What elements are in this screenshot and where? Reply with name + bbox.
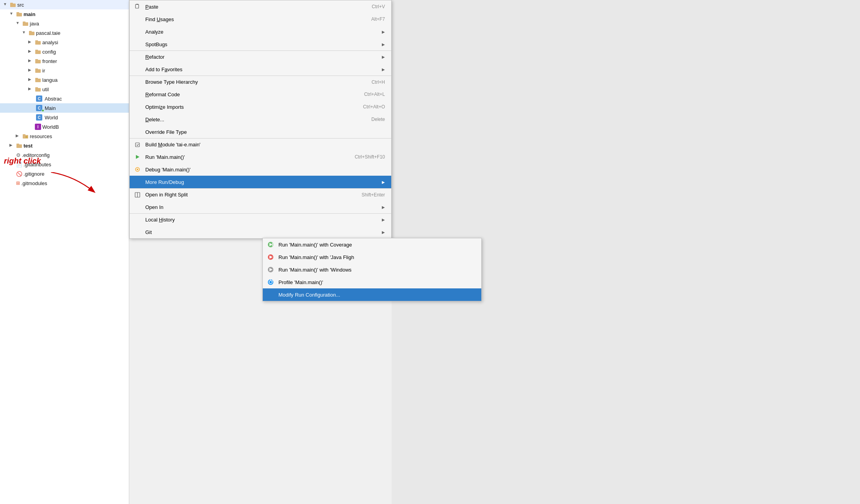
annotation-arrow <box>51 172 98 197</box>
spotbugs-arrow: ▶ <box>382 42 385 47</box>
menu-item-optimize-imports[interactable]: Optimize Imports Ctrl+Alt+O <box>130 101 391 113</box>
debug-main-label: Debug 'Main.main()' <box>145 167 191 173</box>
menu-item-build-module[interactable]: Build Module 'tai-e.main' <box>130 138 391 151</box>
debug-icon <box>134 166 141 173</box>
tree-item-test[interactable]: ▶ test <box>0 141 129 150</box>
folder-icon-frontend <box>35 58 41 64</box>
tree-item-config[interactable]: ▶ config <box>0 47 129 56</box>
tree-item-language[interactable]: ▶ langua <box>0 75 129 85</box>
tree-label-world: World <box>45 115 58 121</box>
refactor-arrow: ▶ <box>382 55 385 59</box>
delete-shortcut: Delete <box>371 117 385 122</box>
folder-icon-main <box>16 11 22 17</box>
no-circle-icon-gitignore: 🚫 <box>16 171 22 177</box>
tree-item-java[interactable]: ▼ java <box>0 19 129 28</box>
menu-item-open-right-split[interactable]: Open in Right Split Shift+Enter <box>130 188 391 201</box>
tree-label-util: util <box>42 86 49 92</box>
menu-item-local-history[interactable]: Local History ▶ <box>130 213 391 226</box>
submenu-item-run-java-flight[interactable]: Run 'Main.main()' with 'Java Fligh <box>263 251 481 263</box>
class-c-icon-abstract: C <box>35 95 43 102</box>
svg-rect-8 <box>35 41 41 45</box>
git-label: Git <box>145 229 152 235</box>
more-run-debug-label: More Run/Debug <box>145 179 184 185</box>
svg-rect-23 <box>16 144 22 148</box>
submenu-more-run-debug: Run 'Main.main()' with Coverage Run 'Mai… <box>262 238 482 301</box>
run-main-shortcut: Ctrl+Shift+F10 <box>355 154 385 160</box>
menu-item-paste[interactable]: Paste Ctrl+V <box>130 0 391 13</box>
tree-label-pascal: pascal.taie <box>36 30 60 36</box>
chevron-test: ▶ <box>9 143 15 148</box>
svg-rect-16 <box>35 79 41 82</box>
tree-item-src[interactable]: ▼ src <box>0 0 129 9</box>
submenu-item-run-windows[interactable]: Run 'Main.main()' with 'Windows <box>263 263 481 276</box>
tree-item-util[interactable]: ▶ util <box>0 85 129 94</box>
profile-label: Profile 'Main.main()' <box>278 279 323 285</box>
menu-item-open-in[interactable]: Open In ▶ <box>130 201 391 213</box>
svg-rect-6 <box>29 32 34 35</box>
svg-rect-18 <box>35 88 41 92</box>
browse-hierarchy-label: Browse Type Hierarchy <box>145 79 198 85</box>
svg-rect-7 <box>29 31 32 32</box>
menu-item-override-file-type[interactable]: Override File Type <box>130 126 391 138</box>
menu-item-analyze[interactable]: Analyze ▶ <box>130 25 391 38</box>
tree-item-resources[interactable]: ▶ resources <box>0 131 129 141</box>
tree-item-main-class[interactable]: ▶ C Main <box>0 103 129 113</box>
tree-item-world[interactable]: ▶ C World <box>0 113 129 122</box>
add-favorites-arrow: ▶ <box>382 67 385 72</box>
add-favorites-label: Add to Favorites <box>145 67 182 72</box>
tree-item-analysis[interactable]: ▶ analysi <box>0 38 129 47</box>
svg-rect-1 <box>10 3 13 4</box>
build-module-label: Build Module 'tai-e.main' <box>145 142 201 148</box>
menu-item-spotbugs[interactable]: SpotBugs ▶ <box>130 38 391 50</box>
menu-item-find-usages[interactable]: Find Usages Alt+F7 <box>130 13 391 25</box>
tree-item-ir[interactable]: ▶ ir <box>0 66 129 75</box>
tree-item-frontend[interactable]: ▶ fronter <box>0 56 129 66</box>
svg-point-31 <box>137 169 138 170</box>
folder-icon-util <box>35 86 41 92</box>
submenu-item-modify-run-config[interactable]: Modify Run Configuration... <box>263 288 481 301</box>
menu-item-reformat-code[interactable]: Reformat Code Ctrl+Alt+L <box>130 88 391 101</box>
menu-item-delete[interactable]: Delete... Delete <box>130 113 391 126</box>
svg-rect-22 <box>25 136 27 138</box>
menu-item-more-run-debug[interactable]: More Run/Debug ▶ <box>130 176 391 188</box>
svg-rect-17 <box>35 78 38 79</box>
open-right-split-shortcut: Shift+Enter <box>361 192 385 198</box>
git-icon-gitmodules: ⊞ <box>16 180 20 186</box>
tree-label-gitignore: .gitignore <box>23 171 44 177</box>
browse-hierarchy-shortcut: Ctrl+H <box>372 79 385 85</box>
svg-rect-12 <box>35 60 41 63</box>
submenu-item-profile[interactable]: Profile 'Main.main()' <box>263 276 481 288</box>
run-coverage-label: Run 'Main.main()' with Coverage <box>278 242 352 248</box>
tree-item-pascal-taie[interactable]: ▼ pascal.taie <box>0 28 129 38</box>
menu-item-run-main[interactable]: Run 'Main.main()' Ctrl+Shift+F10 <box>130 151 391 163</box>
git-arrow: ▶ <box>382 230 385 234</box>
profile-icon <box>267 278 275 286</box>
tree-label-abstract: Abstrac <box>45 96 62 102</box>
tree-label-test: test <box>23 143 33 149</box>
chevron-language: ▶ <box>28 77 34 83</box>
chevron-util: ▶ <box>28 86 34 92</box>
annotation-text: right click <box>4 157 41 165</box>
svg-rect-21 <box>23 134 25 135</box>
tree-item-abstract-class[interactable]: ▶ C Abstrac <box>0 94 129 103</box>
tree-label-main: main <box>23 11 35 17</box>
menu-item-browse-hierarchy[interactable]: Browse Type Hierarchy Ctrl+H <box>130 76 391 88</box>
svg-rect-13 <box>35 59 38 60</box>
menu-item-git[interactable]: Git ▶ <box>130 226 391 238</box>
run-windows-label: Run 'Main.main()' with 'Windows <box>278 267 352 273</box>
menu-item-refactor[interactable]: Refactor ▶ <box>130 50 391 63</box>
submenu-item-run-coverage[interactable]: Run 'Main.main()' with Coverage <box>263 238 481 251</box>
tree-item-worldb[interactable]: ▶ I WorldB <box>0 122 129 131</box>
folder-icon-resources <box>22 133 29 139</box>
chevron-src: ▼ <box>3 2 9 7</box>
tree-label-frontend: fronter <box>42 58 57 64</box>
chevron-config: ▶ <box>28 49 34 54</box>
svg-rect-27 <box>136 4 138 5</box>
open-right-split-label: Open in Right Split <box>145 192 188 198</box>
menu-item-debug-main[interactable]: Debug 'Main.main()' <box>130 163 391 176</box>
tree-item-main[interactable]: ▼ main <box>0 9 129 19</box>
java-flight-icon <box>267 253 275 261</box>
svg-rect-14 <box>35 69 41 73</box>
folder-icon-pascal <box>29 30 35 36</box>
menu-item-add-favorites[interactable]: Add to Favorites ▶ <box>130 63 391 76</box>
